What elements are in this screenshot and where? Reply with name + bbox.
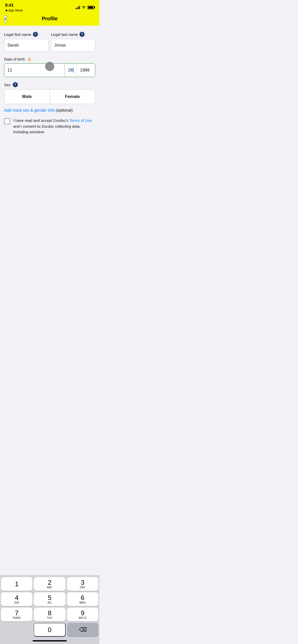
sex-section: Sex ? Male Female xyxy=(4,82,95,104)
signal-bar-4 xyxy=(79,6,80,9)
back-arrow-small: ◀ xyxy=(5,9,7,12)
name-field-row: Legal first name ? Legal last name ? xyxy=(4,32,95,52)
dob-year-input[interactable] xyxy=(77,64,95,77)
last-name-label: Legal last name ? xyxy=(51,32,95,37)
back-button[interactable]: ‹ xyxy=(4,15,7,23)
dob-month-input[interactable] xyxy=(4,64,65,77)
terms-checkbox-row: I have read and accept Zocdoc's Terms of… xyxy=(4,118,95,135)
app-store-label: App Store xyxy=(8,8,23,12)
wifi-icon xyxy=(82,5,86,10)
first-name-label-text: Legal first name xyxy=(4,32,31,37)
dob-day-input-container[interactable]: 28 xyxy=(65,64,77,77)
sex-buttons-container: Male Female xyxy=(4,89,95,104)
sex-help-icon[interactable]: ? xyxy=(13,82,18,87)
dob-label-text: Date of birth xyxy=(4,57,25,61)
dob-day-value: 28 xyxy=(68,68,73,73)
terms-checkbox[interactable] xyxy=(4,118,10,124)
dob-inputs-wrapper: 28 xyxy=(4,63,95,77)
battery-icon xyxy=(88,6,94,9)
battery-fill xyxy=(88,7,93,8)
status-time: 9:41 xyxy=(5,3,23,8)
signal-bar-3 xyxy=(78,7,79,9)
gender-link[interactable]: Add more sex & gender info xyxy=(4,108,55,112)
last-name-input[interactable] xyxy=(51,39,95,52)
terms-text: I have read and accept Zocdoc's Terms of… xyxy=(13,118,95,135)
signal-bar-1 xyxy=(75,8,76,9)
status-right xyxy=(75,5,94,10)
male-button[interactable]: Male xyxy=(4,90,50,104)
signal-bars-icon xyxy=(75,6,80,9)
text-cursor xyxy=(73,68,74,73)
sex-label-text: Sex xyxy=(4,83,11,87)
first-name-input[interactable] xyxy=(4,39,48,52)
gender-optional-text: (optional) xyxy=(55,108,73,112)
status-app-store: ◀ App Store xyxy=(5,8,23,12)
status-left: 9:41 ◀ App Store xyxy=(5,3,23,12)
first-name-label: Legal first name ? xyxy=(4,32,48,37)
female-button[interactable]: Female xyxy=(50,90,95,104)
terms-link[interactable]: Terms of Use xyxy=(69,118,92,123)
page-title: Profile xyxy=(42,16,58,22)
dob-section: Date of birth 🎂 28 xyxy=(4,57,95,77)
drag-handle[interactable] xyxy=(45,62,54,71)
first-name-help-icon[interactable]: ? xyxy=(33,32,38,37)
dob-emoji: 🎂 xyxy=(27,57,32,61)
content-inner: Legal first name ? Legal last name ? xyxy=(4,32,95,221)
last-name-help-icon[interactable]: ? xyxy=(79,32,85,37)
main-content: Legal first name ? Legal last name ? xyxy=(0,26,99,221)
sex-label: Sex ? xyxy=(4,82,95,87)
terms-prefix: I have read and accept Zocdoc's xyxy=(13,118,69,123)
gender-link-row: Add more sex & gender info (optional) xyxy=(4,108,95,113)
dob-label: Date of birth 🎂 xyxy=(4,57,95,61)
last-name-group: Legal last name ? xyxy=(51,32,95,52)
signal-bar-2 xyxy=(77,7,77,9)
name-section: Legal first name ? Legal last name ? xyxy=(4,32,95,52)
last-name-label-text: Legal last name xyxy=(51,32,78,37)
terms-suffix: and I consent to Zocdoc collecting data,… xyxy=(13,124,80,134)
first-name-group: Legal first name ? xyxy=(4,32,48,52)
status-bar: 9:41 ◀ App Store xyxy=(0,0,99,13)
back-chevron-icon: ‹ xyxy=(5,16,6,22)
nav-header: ‹ Profile xyxy=(0,13,99,26)
